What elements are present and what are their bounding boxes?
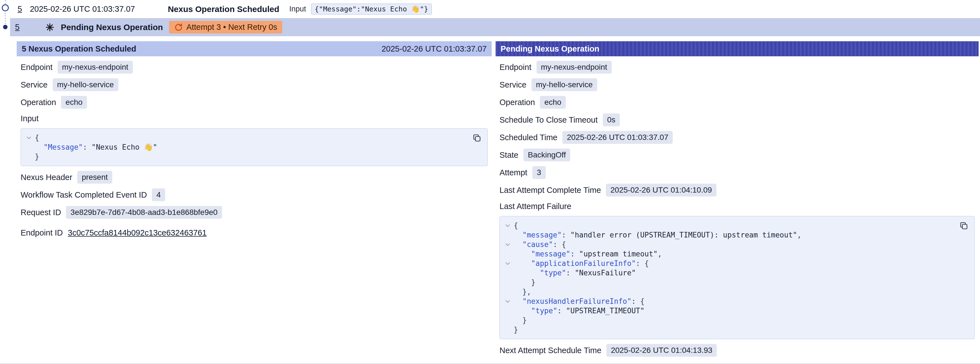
field-value-badge: BackingOff bbox=[523, 148, 570, 161]
chevron-down-icon[interactable] bbox=[501, 221, 514, 230]
field-label: Operation bbox=[21, 98, 56, 107]
field-label: Attempt bbox=[500, 168, 527, 177]
chevron-down-icon[interactable] bbox=[501, 240, 514, 249]
json-token: "message" bbox=[522, 231, 562, 239]
json-line-content: }, bbox=[514, 287, 531, 297]
field-value-badge: echo bbox=[540, 96, 566, 109]
json-line-content: "type": "UPSTREAM_TIMEOUT" bbox=[514, 306, 644, 316]
json-line: "type": "NexusFailure" bbox=[501, 268, 955, 278]
json-line: "applicationFailureInfo": { bbox=[501, 259, 955, 268]
json-line-content: { bbox=[35, 133, 39, 142]
json-viewer: {"message": "handler error (UPSTREAM_TIM… bbox=[501, 221, 955, 334]
field-label: State bbox=[500, 150, 519, 160]
failure-json-block: {"message": "handler error (UPSTREAM_TIM… bbox=[500, 216, 975, 339]
scheduled-event-panel: 5 Nexus Operation Scheduled 2025-02-26 U… bbox=[17, 41, 492, 239]
input-label: Input bbox=[290, 5, 306, 13]
json-viewer: {"Message": "Nexus Echo 👋"} bbox=[22, 133, 468, 161]
json-line-content: "cause": { bbox=[514, 240, 566, 249]
field-label: Service bbox=[21, 80, 48, 89]
json-line-content: { bbox=[514, 221, 518, 230]
chevron-down-icon bbox=[505, 241, 510, 246]
json-line: } bbox=[501, 316, 955, 325]
event-row-scheduled[interactable]: 5 2025-02-26 UTC 01:03:37.07 Nexus Opera… bbox=[0, 0, 980, 18]
field-scheduled-time: Scheduled Time 2025-02-26 UTC 01:03:37.0… bbox=[500, 131, 673, 144]
field-service: Service my-hello-service bbox=[21, 78, 118, 91]
chevron-down-icon[interactable] bbox=[501, 297, 514, 306]
event-id-link[interactable]: 5 bbox=[18, 5, 22, 14]
field-value-badge: 2025-02-26 UTC 01:03:37.07 bbox=[562, 131, 673, 144]
field-value-badge: my-hello-service bbox=[531, 78, 597, 91]
pending-panel-header: Pending Nexus Operation bbox=[496, 41, 978, 56]
json-token: : bbox=[566, 269, 575, 277]
field-request-id: Request ID 3e829b7e-7d67-4b08-aad3-b1e86… bbox=[21, 206, 222, 219]
gutter-spacer bbox=[501, 325, 514, 334]
scheduled-panel-header: 5 Nexus Operation Scheduled 2025-02-26 U… bbox=[17, 41, 492, 56]
field-nexus-header: Nexus Header present bbox=[21, 171, 112, 184]
field-operation: Operation echo bbox=[500, 96, 566, 109]
json-token: { bbox=[35, 134, 39, 142]
field-label: Next Attempt Schedule Time bbox=[500, 346, 601, 355]
json-token: : { bbox=[553, 240, 566, 249]
json-token: "applicationFailureInfo" bbox=[531, 259, 636, 268]
field-endpoint-id: Endpoint ID 3c0c75ccfa8144b092c13ce63246… bbox=[21, 226, 207, 239]
event-row-pending[interactable]: 5 Pending Nexus Operation Attempt 3 • Ne… bbox=[10, 18, 980, 36]
json-token: { bbox=[514, 221, 518, 230]
retry-icon bbox=[174, 23, 183, 32]
field-value-badge: 2025-02-26 UTC 01:04:10.09 bbox=[606, 184, 716, 196]
workflow-event-history-page: 5 2025-02-26 UTC 01:03:37.07 Nexus Opera… bbox=[0, 0, 980, 364]
pending-asterisk-icon bbox=[45, 22, 55, 32]
json-token: : bbox=[562, 231, 570, 239]
pending-panel-title: Pending Nexus Operation bbox=[501, 44, 600, 54]
attempt-badge: Attempt 3 • Next Retry 0s bbox=[169, 21, 282, 34]
timeline-open-circle-icon bbox=[2, 5, 8, 11]
event-detail-panels: 5 Nexus Operation Scheduled 2025-02-26 U… bbox=[0, 41, 980, 357]
field-label: Endpoint bbox=[21, 63, 52, 72]
gutter-spacer bbox=[501, 287, 514, 297]
json-line: { bbox=[501, 221, 955, 230]
copy-button[interactable] bbox=[958, 220, 970, 232]
json-line-content: } bbox=[514, 316, 527, 325]
field-value-badge: my-nexus-endpoint bbox=[58, 61, 133, 73]
field-value-badge: my-nexus-endpoint bbox=[536, 61, 612, 73]
field-label: Workflow Task Completed Event ID bbox=[21, 190, 147, 200]
field-label: Scheduled Time bbox=[500, 133, 557, 142]
chevron-down-icon[interactable] bbox=[501, 259, 514, 268]
field-workflow-task-completed-event-id: Workflow Task Completed Event ID 4 bbox=[21, 188, 165, 201]
json-line-content: "type": "NexusFailure" bbox=[514, 268, 636, 278]
json-token: "handler error (UPSTREAM_TIMEOUT): upstr… bbox=[571, 231, 797, 239]
json-line-content: "nexusHandlerFailureInfo": { bbox=[514, 297, 644, 306]
json-line: } bbox=[501, 278, 955, 287]
field-operation: Operation echo bbox=[21, 96, 87, 109]
gutter-spacer bbox=[22, 142, 35, 152]
json-token: : bbox=[83, 143, 91, 151]
input-section-label: Input bbox=[21, 113, 39, 123]
json-token: "Message" bbox=[43, 143, 83, 151]
field-label: Last Attempt Complete Time bbox=[500, 186, 601, 195]
field-value-badge: 0s bbox=[603, 113, 620, 126]
json-token: } bbox=[522, 316, 527, 324]
json-token: "nexusHandlerFailureInfo" bbox=[522, 297, 631, 305]
event-id-link[interactable]: 5 bbox=[15, 22, 19, 32]
endpoint-id-link[interactable]: 3c0c75ccfa8144b092c13ce632463761 bbox=[68, 228, 207, 238]
timeline-filled-dot-icon bbox=[3, 25, 8, 29]
copy-button[interactable] bbox=[471, 132, 483, 144]
input-preview-chip: {"Message":"Nexus Echo 👋"} bbox=[311, 4, 432, 14]
json-line: "message": "upstream timeout", bbox=[501, 249, 955, 259]
json-token: : bbox=[571, 250, 579, 258]
json-token: , bbox=[658, 250, 662, 258]
chevron-down-icon bbox=[505, 298, 510, 303]
field-value-badge: 3e829b7e-7d67-4b08-aad3-b1e868bfe9e0 bbox=[66, 206, 222, 219]
field-label: Operation bbox=[500, 98, 535, 107]
json-line: "type": "UPSTREAM_TIMEOUT" bbox=[501, 306, 955, 316]
json-line: }, bbox=[501, 287, 955, 297]
gutter-spacer bbox=[501, 278, 514, 287]
json-line: "Message": "Nexus Echo 👋" bbox=[22, 142, 468, 152]
field-value-badge: 3 bbox=[532, 166, 546, 179]
input-json-block: {"Message": "Nexus Echo 👋"} bbox=[21, 128, 488, 166]
field-value-badge: echo bbox=[61, 96, 87, 109]
gutter-spacer bbox=[501, 306, 514, 316]
json-line-content: "message": "upstream timeout", bbox=[514, 249, 662, 259]
chevron-down-icon[interactable] bbox=[22, 133, 35, 142]
json-token: "upstream timeout" bbox=[579, 250, 658, 258]
chevron-down-icon bbox=[505, 222, 510, 227]
